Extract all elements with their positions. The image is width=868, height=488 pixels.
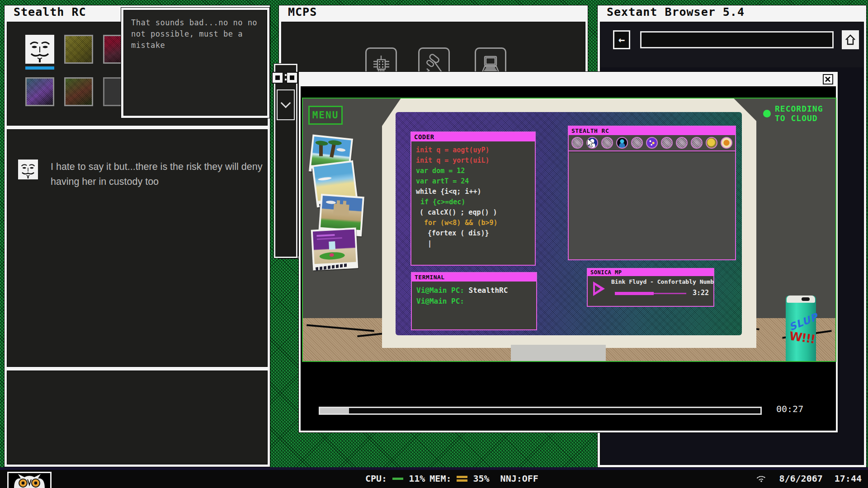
taskbar: CPU: 11% MEM: 35% NNJ:OFF 8/6/2067 17:44 [0,470,868,488]
mem-label: MEM: [429,473,451,484]
chevron-down-icon [281,98,291,108]
code-line: init q = yort(uiL) [416,155,530,166]
incoming-message-popup-body: That sounds bad...no no no not possible,… [123,10,267,116]
game-scene: MENU [302,98,836,362]
soda-can: SLUP W!!! [786,296,816,361]
game-stealth-rc-title: STEALTH RC [569,127,735,135]
code-cursor: | [428,239,530,249]
sextant-browser-title: Sextant Browser 5.4 [598,5,866,21]
guy-fawkes-icon [18,160,38,179]
home-icon [844,33,857,46]
monitor-screen: CODER init q = aogt(uyP) init q = yort(u… [396,112,742,335]
coder-window: CODER init q = aogt(uyP) init q = yort(u… [410,131,536,266]
system-date: 8/6/2067 [779,473,822,484]
code-line: if {c>=dec) [420,197,530,207]
incoming-message-popup: That sounds bad...no no no not possible,… [121,8,269,118]
terminal-window-title: TERMINAL [412,273,536,282]
guy-fawkes-icon [25,35,54,64]
dock-colon-dot [285,74,287,76]
playback-time: 3:22 [693,289,709,297]
owl-logo-button[interactable] [7,472,52,488]
track-name: Bink Fluyd - Confortably Numb [611,278,711,285]
game-avatar[interactable] [616,137,628,149]
message-input-section[interactable] [7,371,268,465]
terminal-window: TERMINAL Vi@Main PC: StealthRC Vi@Main P… [411,272,537,330]
dock-colon-dot [285,79,287,80]
coder-window-title: CODER [411,132,535,141]
dock-window [274,64,297,258]
selected-avatar-underline [25,66,54,70]
video-timestamp: 00:27 [776,404,803,414]
sonica-player-body: Bink Fluyd - Confortably Numb 3:22 [588,276,713,303]
message-avatar [18,160,38,179]
game-avatar[interactable] [706,137,717,149]
game-chat-empty-area [569,153,735,259]
video-progress-bar[interactable] [319,407,762,415]
game-avatar[interactable] [631,137,643,149]
game-avatar[interactable] [661,137,673,149]
code-line: var dom = 12 [416,166,530,176]
playback-progress[interactable] [615,293,686,294]
game-avatar[interactable] [676,137,688,149]
photo-caption-scribble [316,263,347,270]
chat-message-row: I hate to say it but...there is the risk… [18,160,282,189]
code-line: var artT = 24 [416,176,530,187]
polaroid-photo-purple[interactable] [311,227,359,270]
mem-meter-icon [457,476,467,482]
chat-log-section: I hate to say it but...there is the risk… [7,129,268,367]
dock-button-right[interactable] [287,73,297,83]
owl-icon [9,473,50,488]
clock-area: 8/6/2067 17:44 [755,473,862,484]
video-player-titlebar[interactable] [299,72,838,85]
popup-message-line: not possible, must be a [131,28,259,40]
video-progress-fill [320,408,349,413]
mouse-cursor-icon [585,138,595,148]
chat-message-text: I hate to say it but...there is the risk… [51,160,282,189]
recording-text-line: TO CLOUD [775,113,823,123]
game-avatar[interactable] [691,137,703,149]
popup-message-line: mistake [131,40,259,51]
avatar-noise-teal-purple[interactable] [25,77,54,106]
mem-value: 35% [473,473,489,484]
code-line: init q = aogt(uyP) [416,145,530,155]
avatar-noise-olive[interactable] [64,35,93,64]
avatar-guy-fawkes[interactable] [25,35,54,64]
cpu-label: CPU: [365,473,387,484]
cpu-value: 11% [409,473,425,484]
game-avatar[interactable] [571,137,583,149]
monitor-stand [511,345,606,362]
recording-indicator: RECORDING TO CLOUD [763,104,823,123]
dock-expand-button[interactable] [277,89,295,120]
menu-button[interactable]: MENU [308,106,343,125]
sonica-player-title: SONICA MP [588,269,713,276]
cpu-meter-icon [392,478,403,480]
game-avatar[interactable] [646,137,658,149]
close-button[interactable] [823,74,833,84]
system-stats: CPU: 11% MEM: 35% NNJ:OFF [365,473,538,484]
url-input[interactable] [640,31,834,48]
mcps-window-title: MCPS [279,5,588,21]
code-line: ( calcX() ; eqp() ) [420,207,530,218]
home-button[interactable] [842,30,859,49]
popup-message-line: That sounds bad...no no no [131,17,259,28]
terminal-line: Vi@Main PC: StealthRC [416,285,532,296]
dock-button-left[interactable] [273,73,283,83]
coder-code-area: init q = aogt(uyP) init q = yort(uiL) va… [411,141,535,253]
video-player-window: MENU [299,72,838,432]
video-player-body: MENU [301,86,836,431]
sonica-player-window: SONICA MP Bink Fluyd - Confortably Numb … [587,268,714,307]
back-button[interactable]: ← [613,30,630,49]
nnj-status: NNJ:OFF [500,473,538,484]
terminal-line: Vi@Main PC: [416,296,532,307]
soda-can-top [787,296,815,303]
code-line: for (w<8) && (b>9) [424,218,530,228]
play-icon[interactable] [593,282,605,296]
soda-can-scribble: W!!! [788,329,816,346]
code-line: {fortex ( dis)} [428,228,530,239]
terminal-output: Vi@Main PC: StealthRC Vi@Main PC: [412,282,536,310]
game-avatar[interactable] [721,137,732,149]
playback-progress-fill [615,292,654,295]
game-avatar[interactable] [601,137,613,149]
system-time: 17:44 [835,473,862,484]
avatar-noise-green-red[interactable] [64,77,93,106]
